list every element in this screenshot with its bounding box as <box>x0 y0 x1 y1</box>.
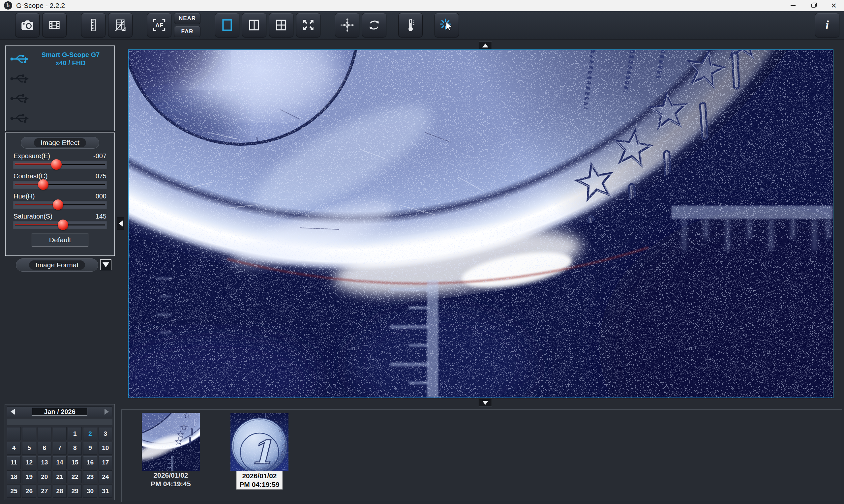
pan-left-button[interactable] <box>117 217 124 230</box>
calendar-day[interactable]: 31 <box>98 485 112 498</box>
hue-slider-thumb[interactable] <box>53 199 63 210</box>
grid-measure-button[interactable] <box>108 13 132 37</box>
thumbnail-coin-edge <box>142 413 200 471</box>
calendar-day[interactable]: 27 <box>38 485 51 498</box>
calendar-day[interactable]: 20 <box>38 470 51 484</box>
saturation-slider-thumb[interactable] <box>58 219 68 230</box>
calendar-day[interactable]: 2 <box>83 427 97 440</box>
calendar-day[interactable]: 8 <box>68 442 82 455</box>
image-effect-title: Image Effect <box>34 138 86 147</box>
calendar-day[interactable]: 26 <box>22 485 36 498</box>
calendar-day[interactable]: 11 <box>7 456 21 469</box>
calendar-day[interactable]: 14 <box>53 456 67 469</box>
temperature-button[interactable] <box>398 13 423 37</box>
minimize-button[interactable] <box>783 0 803 11</box>
capture-photo-button[interactable] <box>15 13 39 37</box>
calendar-day-empty <box>38 427 51 440</box>
quad-view-icon <box>274 17 289 33</box>
triangle-down-icon <box>482 401 488 405</box>
gallery-thumbnail-1[interactable] <box>142 413 200 471</box>
autofocus-button[interactable]: AF <box>147 13 172 37</box>
image-effect-header: Image Effect <box>21 137 99 149</box>
calendar-panel: Jan / 2026 12345678910111213141516171819… <box>5 404 115 500</box>
maximize-button[interactable] <box>803 0 824 11</box>
calendar-day[interactable]: 23 <box>83 470 97 484</box>
calendar-day[interactable]: 30 <box>83 485 97 498</box>
contrast-label: Contrast(C) <box>14 173 48 180</box>
device-item-empty[interactable] <box>10 89 110 108</box>
hue-slider[interactable] <box>13 200 107 209</box>
calendar-day[interactable]: 1 <box>68 427 82 440</box>
calendar-day-empty <box>22 427 36 440</box>
maximize-icon <box>811 4 816 7</box>
device-list-panel: Smart G-Scope G7 x40 / FHD <box>5 46 115 131</box>
record-video-button[interactable] <box>42 13 67 37</box>
contrast-slider[interactable] <box>13 180 107 189</box>
grid-ruler-icon <box>113 17 128 33</box>
led-light-icon <box>439 17 455 33</box>
calendar-day[interactable]: 21 <box>53 470 67 484</box>
calendar-day[interactable]: 13 <box>38 456 51 469</box>
gallery-thumbnail-2[interactable]: 1 <box>231 413 288 471</box>
calendar-day[interactable]: 25 <box>7 485 21 498</box>
calendar-day[interactable]: 5 <box>22 442 36 455</box>
device-item-empty[interactable] <box>10 108 110 128</box>
fullscreen-icon <box>301 17 316 33</box>
close-button[interactable]: × <box>824 0 844 11</box>
calendar-day[interactable]: 4 <box>7 442 21 455</box>
device-label: Smart G-Scope G7 x40 / FHD <box>31 51 110 67</box>
focus-far-button[interactable]: FAR <box>174 26 200 37</box>
contrast-slider-thumb[interactable] <box>38 179 49 190</box>
view-quad-button[interactable] <box>269 13 293 37</box>
calendar-day[interactable]: 24 <box>98 470 112 484</box>
device-item-empty[interactable] <box>10 69 110 89</box>
calendar-prev-button[interactable] <box>11 409 15 415</box>
calendar-day[interactable]: 18 <box>7 470 21 484</box>
pan-up-button[interactable] <box>479 41 492 49</box>
rotate-icon <box>366 17 382 33</box>
fullscreen-button[interactable] <box>296 13 321 37</box>
calendar-day-empty <box>53 427 67 440</box>
image-format-dropdown-button[interactable] <box>100 259 111 270</box>
calendar-day[interactable]: 19 <box>22 470 36 484</box>
default-button[interactable]: Default <box>32 233 88 247</box>
exposure-slider[interactable] <box>13 160 107 169</box>
led-light-button[interactable] <box>434 13 459 37</box>
hue-slider-group: Hue(H) 000 <box>6 192 114 209</box>
live-view[interactable] <box>128 50 833 398</box>
calendar-day[interactable]: 7 <box>53 442 67 455</box>
ruler-button[interactable] <box>81 13 106 37</box>
triangle-left-icon <box>119 220 123 227</box>
view-dual-button[interactable] <box>242 13 266 37</box>
calendar-day[interactable]: 15 <box>68 456 82 469</box>
triangle-up-icon <box>482 43 488 48</box>
calendar-day[interactable]: 6 <box>38 442 51 455</box>
calendar-day[interactable]: 9 <box>83 442 97 455</box>
rotate-button[interactable] <box>362 13 387 37</box>
saturation-slider[interactable] <box>13 220 107 229</box>
pan-down-button[interactable] <box>479 399 492 407</box>
crosshair-icon <box>339 17 355 33</box>
calendar-day[interactable]: 3 <box>98 427 112 440</box>
image-format-button[interactable]: Image Format <box>16 258 98 272</box>
calendar-month-label: Jan / 2026 <box>32 408 87 416</box>
cursor-arrow <box>446 22 452 31</box>
calendar-day[interactable]: 17 <box>98 456 112 469</box>
device-item-active[interactable]: Smart G-Scope G7 x40 / FHD <box>10 49 110 69</box>
exposure-slider-group: Exposure(E) -007 <box>6 151 114 169</box>
crosshair-measure-button[interactable] <box>335 13 359 37</box>
info-button[interactable]: i <box>815 13 839 37</box>
calendar-day[interactable]: 28 <box>53 485 67 498</box>
calendar-day[interactable]: 29 <box>68 485 82 498</box>
autofocus-icon: AF <box>151 17 167 33</box>
view-single-button[interactable] <box>215 13 239 37</box>
calendar-day[interactable]: 10 <box>98 442 112 455</box>
focus-near-button[interactable]: NEAR <box>174 13 200 24</box>
calendar-day[interactable]: 22 <box>68 470 82 484</box>
exposure-slider-thumb[interactable] <box>51 159 62 170</box>
ruler-icon <box>86 17 101 33</box>
calendar-next-button[interactable] <box>105 409 109 415</box>
hue-value: 000 <box>96 193 107 200</box>
calendar-day[interactable]: 12 <box>22 456 36 469</box>
calendar-day[interactable]: 16 <box>83 456 97 469</box>
